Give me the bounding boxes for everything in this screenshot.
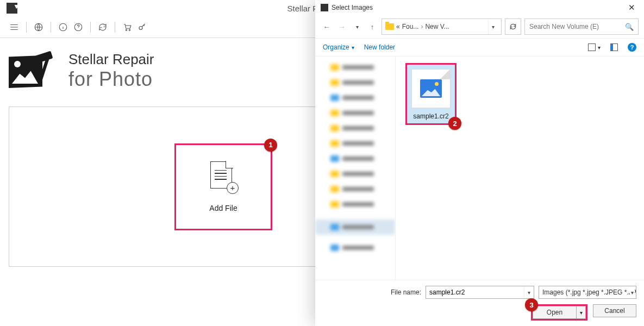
file-item-selected[interactable]: sample1.cr2 2: [405, 63, 457, 125]
add-file-label: Add File: [209, 204, 237, 212]
separator: [90, 22, 91, 33]
new-folder-button[interactable]: New folder: [364, 43, 395, 51]
add-file-icon: +: [207, 161, 240, 195]
nav-forward-button[interactable]: →: [336, 21, 348, 33]
annotation-badge-3: 3: [525, 298, 538, 311]
svg-point-5: [139, 26, 142, 29]
breadcrumb-part-2[interactable]: New V...: [425, 23, 449, 30]
nav-back-button[interactable]: ←: [321, 21, 333, 33]
refresh-icon[interactable]: [96, 21, 109, 34]
search-icon[interactable]: 🔍: [625, 23, 634, 31]
brand-icon: [9, 49, 60, 92]
key-icon[interactable]: [136, 21, 149, 34]
globe-icon[interactable]: [32, 21, 45, 34]
svg-point-4: [129, 29, 130, 30]
search-box[interactable]: 🔍: [524, 18, 639, 35]
svg-point-3: [126, 29, 127, 30]
breadcrumb-dropdown[interactable]: ▾: [488, 19, 498, 34]
file-type-text: Images (*.jpg *.jpeg *.JPEG *.JPG: [542, 289, 636, 296]
folder-tree[interactable]: [315, 57, 396, 280]
cancel-button[interactable]: Cancel: [593, 304, 636, 317]
breadcrumb-part-1[interactable]: Fou...: [402, 23, 419, 30]
brand-line1: Stellar Repair: [68, 51, 154, 68]
folder-icon: [385, 23, 394, 30]
search-input[interactable]: [529, 23, 621, 30]
dialog-title: Select Images: [332, 4, 373, 11]
select-images-dialog: Select Images ✕ ← → ▾ ↑ « Fou... › New V…: [315, 0, 644, 326]
separator: [115, 22, 115, 33]
annotation-badge-1: 1: [264, 139, 277, 152]
nav-refresh-button[interactable]: [505, 18, 521, 35]
view-menu[interactable]: ▾: [588, 43, 601, 51]
separator: [26, 22, 27, 33]
file-type-filter[interactable]: Images (*.jpg *.jpeg *.JPEG *.JPG ▾: [539, 286, 636, 299]
info-icon[interactable]: [57, 21, 70, 34]
breadcrumb-bar[interactable]: « Fou... › New V... ▾: [382, 18, 502, 35]
filename-input[interactable]: [426, 289, 524, 296]
open-button[interactable]: Open: [533, 306, 576, 319]
filename-dropdown[interactable]: ▾: [524, 286, 534, 298]
filename-label: File name:: [391, 289, 421, 296]
chevron-right-icon: ›: [421, 23, 423, 30]
cart-icon[interactable]: [121, 21, 134, 34]
dialog-command-bar: Organize ▾ New folder ▾ ?: [315, 38, 644, 57]
close-icon[interactable]: ✕: [625, 3, 639, 12]
file-thumbnail: [411, 69, 451, 108]
open-dropdown[interactable]: ▾: [576, 306, 586, 319]
dialog-nav: ← → ▾ ↑ « Fou... › New V... ▾ 🔍: [315, 15, 644, 38]
help-icon[interactable]: [72, 21, 85, 34]
dialog-footer: File name: ▾ Images (*.jpg *.jpeg *.JPEG…: [315, 280, 644, 326]
menu-icon[interactable]: [8, 21, 21, 34]
nav-recent-dropdown[interactable]: ▾: [351, 21, 363, 33]
dialog-icon: [321, 4, 328, 11]
dialog-help-icon[interactable]: ?: [628, 43, 636, 52]
nav-up-button[interactable]: ↑: [366, 21, 378, 33]
view-icon: [588, 43, 596, 51]
dialog-titlebar: Select Images ✕: [315, 0, 644, 15]
app-logo-icon: [7, 3, 17, 14]
preview-pane-icon[interactable]: [610, 43, 618, 51]
file-name: sample1.cr2: [413, 112, 448, 120]
filename-combobox[interactable]: ▾: [426, 286, 534, 299]
organize-menu[interactable]: Organize ▾: [323, 43, 354, 51]
brand-line2: for Photo: [68, 68, 154, 91]
file-type-dropdown[interactable]: ▾: [630, 286, 635, 298]
annotation-badge-2: 2: [448, 117, 461, 130]
file-list[interactable]: sample1.cr2 2: [396, 57, 644, 280]
breadcrumb-prefix: «: [396, 23, 400, 30]
add-file-button[interactable]: + Add File 1: [174, 143, 272, 230]
separator: [51, 22, 51, 33]
